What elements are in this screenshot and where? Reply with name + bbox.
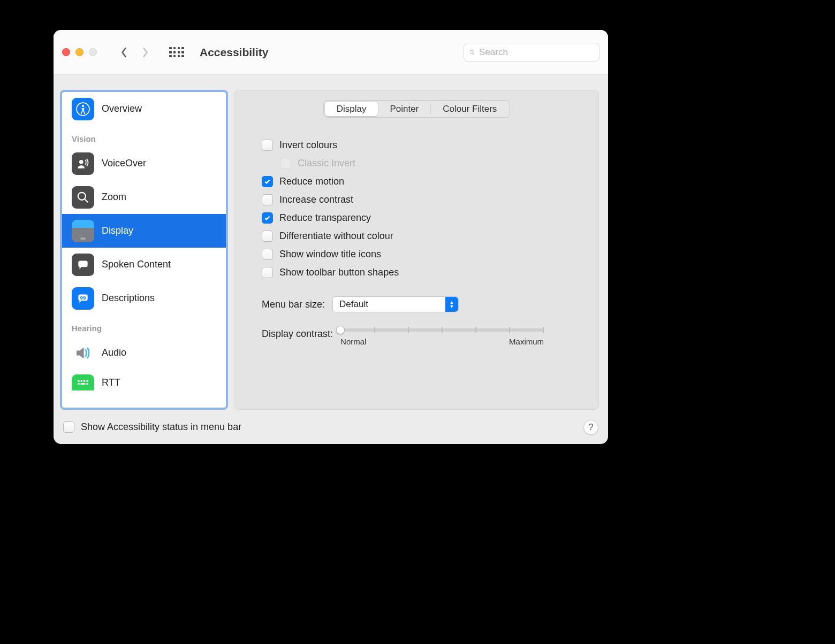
tab-bar: Display Pointer Colour Filters bbox=[323, 100, 511, 118]
option-classic-invert: Classic Invert bbox=[262, 154, 583, 172]
display-icon bbox=[72, 220, 94, 242]
footer: Show Accessibility status in menu bar ? bbox=[54, 410, 608, 444]
checkbox[interactable] bbox=[262, 176, 273, 187]
sidebar-item-overview[interactable]: Overview bbox=[62, 92, 226, 126]
sidebar-item-voiceover[interactable]: VoiceOver bbox=[62, 147, 226, 180]
sidebar-section-vision: Vision bbox=[62, 126, 226, 147]
sidebar-item-label: Audio bbox=[102, 347, 126, 358]
titlebar: Accessibility bbox=[54, 30, 608, 75]
option-label: Differentiate without colour bbox=[279, 231, 393, 242]
close-button[interactable] bbox=[62, 48, 70, 56]
select-stepper-icon: ▲▼ bbox=[445, 297, 458, 312]
tab-pointer[interactable]: Pointer bbox=[378, 102, 430, 116]
svg-rect-8 bbox=[81, 380, 82, 382]
sidebar: Overview Vision VoiceOver Zoom bbox=[60, 90, 228, 410]
sidebar-item-label: VoiceOver bbox=[102, 158, 146, 169]
sidebar-item-label: RTT bbox=[102, 377, 120, 388]
accessibility-icon bbox=[72, 98, 94, 120]
svg-rect-10 bbox=[87, 380, 88, 382]
sidebar-item-audio[interactable]: Audio bbox=[62, 336, 226, 370]
checkbox[interactable] bbox=[262, 194, 273, 205]
minimize-button[interactable] bbox=[75, 48, 84, 56]
sidebar-item-label: Zoom bbox=[102, 191, 126, 203]
checkbox[interactable] bbox=[262, 231, 273, 242]
help-button[interactable]: ? bbox=[583, 420, 598, 435]
checkbox[interactable] bbox=[262, 249, 273, 260]
display-contrast-slider[interactable] bbox=[340, 328, 544, 332]
option-label: Show window title icons bbox=[279, 249, 381, 260]
svg-rect-13 bbox=[87, 383, 88, 385]
svg-rect-4 bbox=[78, 260, 87, 267]
checkbox[interactable] bbox=[262, 140, 273, 151]
options-list: Invert colours Classic Invert Reduce mot… bbox=[250, 136, 583, 281]
maximize-button[interactable] bbox=[89, 48, 97, 56]
svg-rect-11 bbox=[78, 383, 79, 385]
sidebar-item-label: Display bbox=[102, 225, 133, 236]
slider-thumb[interactable] bbox=[336, 326, 345, 334]
sidebar-item-rtt[interactable]: RTT bbox=[62, 370, 226, 395]
body: Overview Vision VoiceOver Zoom bbox=[54, 75, 608, 410]
zoom-icon bbox=[72, 186, 94, 209]
checkbox bbox=[280, 158, 291, 169]
tab-colour-filters[interactable]: Colour Filters bbox=[431, 102, 508, 116]
option-reduce-transparency[interactable]: Reduce transparency bbox=[262, 209, 583, 227]
traffic-lights bbox=[62, 48, 97, 56]
option-label: Reduce motion bbox=[279, 176, 344, 187]
search-icon bbox=[469, 48, 475, 57]
preferences-window: Accessibility Overview Vision bbox=[54, 30, 608, 444]
window-title: Accessibility bbox=[200, 46, 268, 59]
sidebar-item-label: Spoken Content bbox=[102, 259, 171, 270]
svg-point-1 bbox=[82, 104, 84, 106]
sidebar-item-spoken-content[interactable]: Spoken Content bbox=[62, 248, 226, 281]
checkbox[interactable] bbox=[262, 212, 273, 224]
option-invert-colours[interactable]: Invert colours bbox=[262, 136, 583, 154]
sidebar-item-zoom[interactable]: Zoom bbox=[62, 180, 226, 214]
option-show-toolbar-button-shapes[interactable]: Show toolbar button shapes bbox=[262, 263, 583, 281]
search-input[interactable] bbox=[478, 47, 594, 58]
audio-icon bbox=[72, 342, 94, 364]
status-menu-bar-label: Show Accessibility status in menu bar bbox=[81, 421, 241, 433]
option-reduce-motion[interactable]: Reduce motion bbox=[262, 172, 583, 190]
sidebar-item-label: Overview bbox=[102, 103, 142, 114]
show-all-button[interactable] bbox=[168, 45, 186, 60]
tab-display[interactable]: Display bbox=[325, 102, 378, 116]
option-increase-contrast[interactable]: Increase contrast bbox=[262, 190, 583, 209]
descriptions-icon: 99 bbox=[72, 287, 94, 310]
option-differentiate-without-colour[interactable]: Differentiate without colour bbox=[262, 227, 583, 245]
status-menu-bar-checkbox[interactable] bbox=[63, 421, 74, 433]
slider-max-label: Maximum bbox=[509, 337, 544, 346]
menubar-size-select[interactable]: Default ▲▼ bbox=[332, 296, 459, 312]
display-contrast-row: Display contrast: Normal Maximum bbox=[250, 328, 583, 346]
voiceover-icon bbox=[72, 152, 94, 175]
option-show-window-title-icons[interactable]: Show window title icons bbox=[262, 245, 583, 263]
sidebar-section-hearing: Hearing bbox=[62, 315, 226, 336]
rtt-icon bbox=[72, 374, 94, 390]
option-label: Classic Invert bbox=[298, 158, 355, 169]
checkbox[interactable] bbox=[262, 267, 273, 278]
menubar-size-label: Menu bar size: bbox=[262, 299, 325, 310]
svg-rect-9 bbox=[84, 380, 85, 382]
svg-rect-7 bbox=[78, 380, 79, 382]
option-label: Show toolbar button shapes bbox=[279, 267, 399, 278]
svg-point-2 bbox=[79, 159, 84, 164]
sidebar-item-display[interactable]: Display bbox=[62, 214, 226, 248]
sidebar-item-descriptions[interactable]: 99 Descriptions bbox=[62, 281, 226, 315]
select-value: Default bbox=[339, 299, 368, 310]
back-button[interactable] bbox=[115, 45, 132, 60]
option-label: Reduce transparency bbox=[279, 212, 371, 224]
option-label: Increase contrast bbox=[279, 194, 353, 205]
main-panel: Display Pointer Colour Filters Invert co… bbox=[234, 90, 599, 410]
sidebar-item-label: Descriptions bbox=[102, 293, 155, 304]
option-label: Invert colours bbox=[279, 140, 337, 151]
search-field[interactable] bbox=[464, 43, 599, 62]
svg-rect-12 bbox=[81, 383, 86, 385]
display-contrast-label: Display contrast: bbox=[262, 328, 333, 340]
menubar-size-row: Menu bar size: Default ▲▼ bbox=[250, 296, 583, 312]
slider-min-label: Normal bbox=[340, 337, 366, 346]
svg-text:99: 99 bbox=[80, 295, 86, 301]
forward-button[interactable] bbox=[136, 45, 154, 60]
spoken-content-icon bbox=[72, 254, 94, 276]
